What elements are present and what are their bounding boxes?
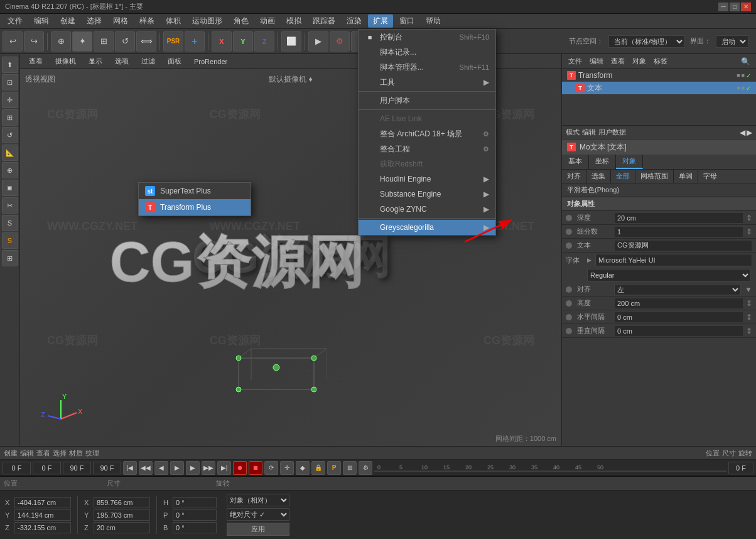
tl-select[interactable]: 选择 bbox=[53, 449, 67, 458]
sidebar-axis-btn[interactable]: ⊕ bbox=[2, 162, 18, 178]
rp-edit[interactable]: 编辑 bbox=[587, 57, 606, 66]
sidebar-brush-btn[interactable]: S bbox=[2, 215, 18, 231]
sidebar-grid-btn[interactable]: ⊞ bbox=[2, 250, 18, 266]
render-button[interactable]: ⚙ bbox=[330, 31, 350, 52]
om-item-text[interactable]: T 文本 ■ ■ ✓ bbox=[562, 82, 756, 94]
text-render-icon[interactable]: ■ bbox=[742, 85, 745, 92]
font-expand-icon[interactable]: ▶ bbox=[587, 257, 591, 263]
sidebar-knife-btn[interactable]: ✂ bbox=[2, 197, 18, 214]
pos-z-input[interactable] bbox=[14, 522, 71, 533]
vp-menu-options[interactable]: 选项 bbox=[111, 55, 132, 67]
x-axis-button[interactable]: X bbox=[212, 31, 232, 52]
align-dropdown-icon[interactable]: ▼ bbox=[745, 285, 752, 294]
menu-animate[interactable]: 动画 bbox=[255, 14, 280, 28]
edit-object-button[interactable]: ✦ bbox=[72, 31, 92, 52]
tl-material[interactable]: 材质 bbox=[69, 449, 83, 458]
h-spacing-spinner[interactable]: ⇕ bbox=[746, 313, 752, 322]
rp-search-icon[interactable]: 🔍 bbox=[739, 57, 752, 66]
move-btn[interactable]: ✛ bbox=[280, 461, 294, 475]
settings-btn[interactable]: ⚙ bbox=[359, 461, 372, 475]
subdiv-radio[interactable] bbox=[566, 229, 572, 235]
step-fwd-btn[interactable]: ▶▶ bbox=[202, 461, 215, 475]
menu-help[interactable]: 帮助 bbox=[421, 14, 446, 28]
loop-btn[interactable]: ⟳ bbox=[264, 461, 278, 475]
psr-button[interactable]: PSR bbox=[163, 31, 183, 52]
rp-file[interactable]: 文件 bbox=[566, 57, 585, 66]
menu-extend[interactable]: 扩展 bbox=[368, 14, 393, 28]
depth-radio[interactable] bbox=[566, 215, 572, 221]
menu-motion[interactable]: 运动图形 bbox=[187, 14, 227, 28]
new-object-button[interactable]: ⊕ bbox=[51, 31, 71, 52]
sidebar-select-btn[interactable]: ⊡ bbox=[2, 74, 18, 90]
rot-h-input[interactable] bbox=[173, 497, 217, 508]
render-settings-button[interactable]: ⚙ bbox=[351, 31, 371, 52]
y-axis-button[interactable]: Y bbox=[233, 31, 253, 52]
sidebar-pointer-btn[interactable]: ⬆ bbox=[2, 57, 18, 73]
vp-menu-filter[interactable]: 过滤 bbox=[138, 55, 159, 67]
redo-button[interactable]: ↪ bbox=[24, 31, 44, 52]
visibility-icon[interactable]: ■ bbox=[737, 72, 740, 79]
om-item-transform[interactable]: T Transform ■ ■ ✓ bbox=[562, 69, 756, 82]
tab-single[interactable]: 单词 bbox=[674, 170, 698, 183]
rp-tag[interactable]: 标签 bbox=[651, 57, 670, 66]
vp-menu-prorender[interactable]: ProRender bbox=[190, 57, 231, 67]
menu-track[interactable]: 跟踪器 bbox=[308, 14, 340, 28]
depth-input[interactable]: 20 cm bbox=[614, 212, 743, 224]
close-button[interactable]: ✕ bbox=[741, 3, 751, 11]
tab-range[interactable]: 网格范围 bbox=[635, 170, 674, 183]
menu-window[interactable]: 窗口 bbox=[394, 14, 419, 28]
attr-back-arrow[interactable]: ◀ bbox=[740, 128, 745, 137]
h-spacing-radio[interactable] bbox=[566, 314, 572, 320]
transport-start[interactable] bbox=[3, 462, 31, 474]
render-visibility-icon[interactable]: ■ bbox=[742, 72, 745, 79]
size-x-input[interactable] bbox=[94, 497, 150, 508]
vp-menu-camera[interactable]: 摄像机 bbox=[51, 55, 80, 67]
tl-view[interactable]: 查看 bbox=[36, 449, 50, 458]
goto-end-btn[interactable]: ▶| bbox=[217, 461, 231, 475]
menu-file[interactable]: 文件 bbox=[3, 14, 28, 28]
rotate-button[interactable]: ↺ bbox=[115, 31, 135, 52]
sidebar-scale-btn[interactable]: ⊞ bbox=[2, 109, 18, 126]
tab-align[interactable]: 对齐 bbox=[562, 170, 586, 183]
prev-frame-btn[interactable]: ◀ bbox=[154, 461, 168, 475]
sidebar-s2-btn[interactable]: S bbox=[2, 232, 18, 249]
subdiv-spinner[interactable]: ⇕ bbox=[746, 227, 752, 236]
coord-abs-select[interactable]: 绝对尺寸 ✓ bbox=[227, 508, 289, 521]
attr-edit[interactable]: 编辑 bbox=[582, 128, 596, 137]
menu-spline[interactable]: 样条 bbox=[134, 14, 159, 28]
height-spinner[interactable]: ⇕ bbox=[746, 299, 752, 308]
play-btn[interactable]: ▶ bbox=[170, 461, 184, 475]
vp-menu-display[interactable]: 显示 bbox=[85, 55, 106, 67]
undo-button[interactable]: ↩ bbox=[3, 31, 23, 52]
menu-volume[interactable]: 体积 bbox=[161, 14, 186, 28]
p-btn[interactable]: P bbox=[327, 461, 341, 475]
tl-edit[interactable]: 编辑 bbox=[20, 449, 34, 458]
tab-coord[interactable]: 坐标 bbox=[589, 155, 616, 169]
current-frame[interactable]: 0 F bbox=[728, 462, 753, 474]
text-check-icon[interactable]: ✓ bbox=[746, 85, 751, 92]
text-obj-input[interactable]: CG资源网 bbox=[614, 240, 752, 251]
record-btn[interactable]: ⏺ bbox=[233, 461, 247, 475]
transform-button[interactable]: ⊞ bbox=[94, 31, 114, 52]
size-y-input[interactable] bbox=[94, 509, 150, 521]
depth-spinner[interactable]: ⇕ bbox=[746, 214, 752, 222]
rp-view[interactable]: 查看 bbox=[608, 57, 627, 66]
h-spacing-input[interactable]: 0 cm bbox=[614, 312, 743, 323]
tab-selection[interactable]: 选集 bbox=[586, 170, 611, 183]
menu-render[interactable]: 渲染 bbox=[342, 14, 367, 28]
tl-create[interactable]: 创建 bbox=[4, 449, 18, 458]
apply-button[interactable]: 应用 bbox=[227, 523, 289, 536]
sidebar-extrude-btn[interactable]: ▣ bbox=[2, 180, 18, 196]
key-btn[interactable]: ◆ bbox=[296, 461, 310, 475]
viewport[interactable]: CG资源网 CG资源网 CG资源网 WWW.CGZY.NET WWW.CGZY.… bbox=[20, 69, 561, 446]
tab-basic[interactable]: 基本 bbox=[562, 155, 589, 169]
rp-object[interactable]: 对象 bbox=[630, 57, 649, 66]
transport-start2[interactable] bbox=[33, 462, 61, 474]
v-spacing-radio[interactable] bbox=[566, 328, 572, 334]
pos-y-input[interactable] bbox=[14, 509, 71, 521]
transport-end[interactable] bbox=[63, 462, 91, 474]
next-frame-btn[interactable]: ▶ bbox=[186, 461, 200, 475]
menu-mesh[interactable]: 网格 bbox=[108, 14, 133, 28]
object-mode-button[interactable]: ⬜ bbox=[281, 31, 301, 52]
height-radio[interactable] bbox=[566, 300, 572, 307]
